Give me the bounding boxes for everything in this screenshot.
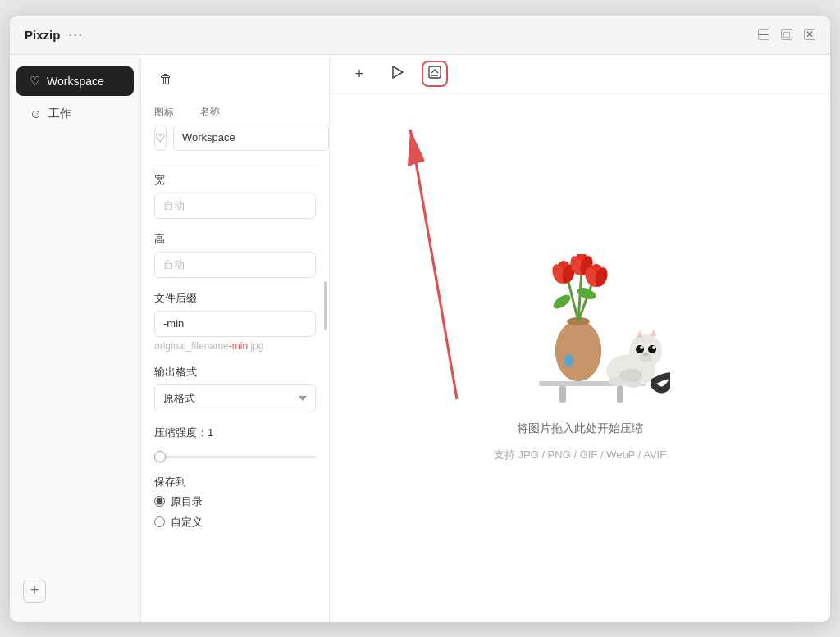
- height-input[interactable]: [154, 252, 316, 278]
- sidebar-bottom: +: [10, 570, 140, 612]
- drop-text-main: 将图片拖入此处开始压缩: [517, 421, 643, 436]
- trash-icon: 🗑: [159, 72, 172, 87]
- add-file-button[interactable]: +: [346, 61, 372, 87]
- col-icon-header: 图标: [154, 104, 180, 120]
- height-group: 高: [154, 232, 316, 278]
- play-button[interactable]: [384, 61, 410, 87]
- minimize-button[interactable]: —: [758, 29, 769, 40]
- svg-point-39: [639, 353, 652, 362]
- sidebar-item-work-label: 工作: [48, 107, 71, 121]
- titlebar-more-button[interactable]: ···: [68, 26, 83, 43]
- delete-button[interactable]: 🗑: [154, 68, 177, 91]
- svg-point-33: [648, 345, 656, 353]
- width-group: 宽: [154, 173, 316, 219]
- quality-slider[interactable]: [154, 456, 316, 458]
- save-group: 保存到 原目录 自定义: [154, 475, 316, 530]
- suffix-group: 文件后缀 original_filename-min.jpg: [154, 291, 316, 352]
- suffix-label: 文件后缀: [154, 291, 316, 306]
- settings-panel: 🗑 图标 名称 ♡ 宽: [141, 55, 330, 622]
- svg-marker-0: [393, 66, 403, 78]
- col-headers-row: 图标 名称: [154, 104, 316, 120]
- illustration: [490, 254, 670, 410]
- titlebar: Pixzip ··· — □ ✕: [10, 16, 830, 55]
- col-name-header: 名称: [200, 105, 220, 119]
- format-label: 输出格式: [154, 365, 316, 380]
- maximize-button[interactable]: □: [781, 29, 792, 40]
- scrollbar-thumb: [324, 281, 327, 330]
- svg-point-32: [636, 345, 644, 353]
- add-workspace-button[interactable]: +: [23, 580, 46, 603]
- save-original-option[interactable]: 原目录: [154, 494, 316, 509]
- main-layout: ♡ Workspace ☺ 工作 + 🗑 图标: [10, 55, 830, 622]
- titlebar-controls: — □ ✕: [758, 29, 815, 40]
- drop-text-sub: 支持 JPG / PNG / GIF / WebP / AVIF: [494, 448, 666, 462]
- workspace-name-input[interactable]: [173, 125, 329, 151]
- sidebar: ♡ Workspace ☺ 工作 +: [10, 55, 141, 622]
- save-radio-group: 原目录 自定义: [154, 494, 316, 530]
- save-custom-radio[interactable]: [154, 516, 165, 527]
- plus-icon: +: [355, 66, 364, 83]
- width-label: 宽: [154, 173, 316, 188]
- svg-rect-4: [559, 386, 566, 403]
- drop-zone[interactable]: 将图片拖入此处开始压缩 支持 JPG / PNG / GIF / WebP / …: [330, 94, 830, 622]
- svg-rect-1: [429, 66, 441, 78]
- sidebar-item-workspace-label: Workspace: [47, 75, 104, 88]
- quality-group: 压缩强度：1: [154, 425, 316, 462]
- quality-label: 压缩强度：1: [154, 425, 316, 440]
- sidebar-item-workspace[interactable]: ♡ Workspace: [16, 66, 134, 96]
- suffix-input[interactable]: [154, 311, 316, 337]
- format-group: 输出格式 原格式 JPEG PNG WebP AVIF: [154, 365, 316, 412]
- sidebar-item-work[interactable]: ☺ 工作: [16, 99, 134, 129]
- width-input[interactable]: [154, 193, 316, 219]
- workspace-icon: ♡: [155, 131, 166, 144]
- suffix-hint: original_filename-min.jpg: [154, 340, 316, 352]
- play-icon: [390, 66, 404, 82]
- panel-toolbar: 🗑: [154, 68, 316, 91]
- workspace-name-row: ♡: [154, 125, 316, 151]
- compress-button[interactable]: [422, 61, 448, 87]
- content-toolbar: +: [330, 55, 830, 94]
- save-label: 保存到: [154, 475, 316, 489]
- svg-line-42: [410, 129, 457, 398]
- app-title: Pixzip: [25, 28, 60, 42]
- save-custom-option[interactable]: 自定义: [154, 515, 316, 530]
- workspace-icon-cell[interactable]: ♡: [154, 125, 167, 151]
- height-label: 高: [154, 232, 316, 247]
- content-area: +: [330, 55, 830, 622]
- svg-point-34: [640, 346, 643, 349]
- svg-point-40: [619, 369, 642, 382]
- close-button[interactable]: ✕: [804, 29, 815, 40]
- face-icon: ☺: [30, 107, 42, 121]
- format-select[interactable]: 原格式 JPEG PNG WebP AVIF: [154, 384, 316, 412]
- heart-icon: ♡: [30, 74, 40, 89]
- svg-rect-5: [617, 386, 623, 403]
- titlebar-left: Pixzip ···: [25, 26, 83, 43]
- save-original-radio[interactable]: [154, 496, 165, 507]
- svg-point-15: [551, 292, 573, 312]
- compress-icon: [428, 66, 441, 82]
- app-window: Pixzip ··· — □ ✕ ♡ Workspace ☺ 工作 +: [10, 16, 830, 622]
- svg-point-35: [652, 346, 655, 349]
